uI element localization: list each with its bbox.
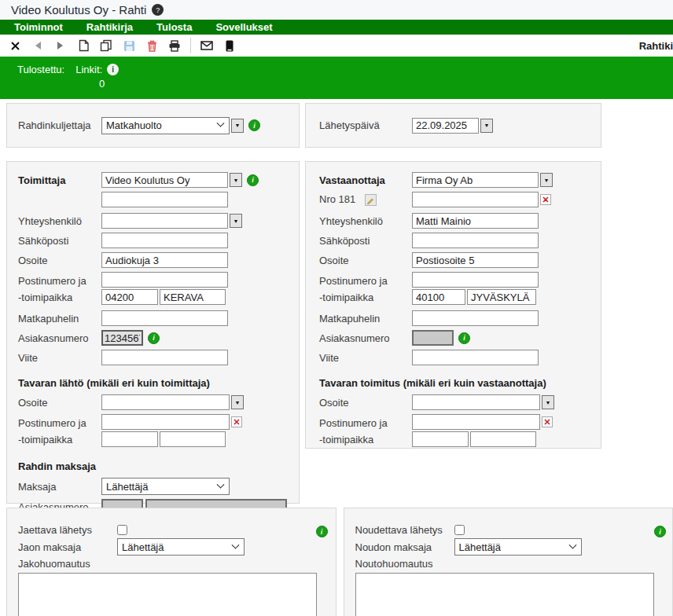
freight-payer-select[interactable]: Lähettäjä — [101, 478, 230, 495]
pickup-shipment-checkbox[interactable] — [454, 525, 465, 535]
receiver-name-dropdown-button[interactable]: ▼ — [540, 173, 553, 187]
email-icon[interactable] — [200, 38, 214, 53]
receiver-customer-info-icon[interactable]: i — [458, 332, 470, 344]
supplier-address-input[interactable] — [101, 252, 228, 268]
delivery-address-input[interactable] — [412, 394, 540, 410]
back-icon[interactable] — [31, 38, 45, 53]
pickup-payer-label: Noudon maksaja — [355, 541, 454, 553]
delivery-postal-code-input[interactable] — [412, 431, 469, 447]
ship-date-label: Lähetyspäivä — [319, 119, 412, 131]
receiver-contact-input[interactable] — [412, 213, 539, 229]
departure-clear-icon[interactable] — [231, 416, 242, 427]
carrier-dropdown-button[interactable]: ▼ — [231, 119, 244, 133]
delivery-postal-city-input[interactable] — [470, 431, 536, 447]
copy-icon[interactable] — [99, 38, 113, 53]
receiver-email-input[interactable] — [412, 233, 539, 248]
print-icon[interactable] — [167, 38, 182, 53]
departure-postal-code-input[interactable] — [101, 431, 158, 447]
close-icon[interactable] — [8, 38, 22, 53]
supplier-contact-label: Yhteyshenkilö — [18, 215, 101, 227]
forward-icon[interactable] — [53, 38, 68, 53]
supplier-name2-input[interactable] — [101, 192, 228, 207]
supplier-customer-number-input[interactable] — [101, 330, 143, 346]
toolbar-separator — [190, 38, 191, 53]
receiver-address-label: Osoite — [319, 255, 412, 266]
supplier-email-label: Sähköposti — [18, 235, 101, 247]
supplier-address2-input[interactable] — [101, 272, 228, 288]
pickup-payer-value: Lähettäjä — [459, 541, 502, 553]
delivery-address2-input[interactable] — [412, 414, 540, 430]
supplier-postal-code-input[interactable] — [101, 289, 158, 305]
supplier-customer-info-icon[interactable]: i — [148, 332, 160, 344]
split-shipment-checkbox[interactable] — [117, 525, 127, 535]
supplier-email-input[interactable] — [101, 233, 228, 248]
departure-address2-input[interactable] — [101, 414, 230, 430]
carrier-value: Matkahuolto — [106, 119, 162, 131]
split-payer-select[interactable]: Lähettäjä — [117, 538, 245, 556]
save-icon[interactable] — [122, 38, 136, 53]
edit-icon[interactable] — [365, 194, 377, 206]
receiver-postal-code-input[interactable] — [412, 289, 465, 305]
receiver-address2-input[interactable] — [412, 272, 539, 288]
menu-toiminnot[interactable]: Toiminnot — [2, 21, 75, 33]
receiver-clear-icon[interactable] — [540, 194, 551, 205]
supplier-info-icon[interactable]: i — [247, 174, 259, 186]
toolbar: Rahtiki — [0, 35, 673, 57]
delivery-clear-icon[interactable] — [542, 416, 553, 427]
delete-icon[interactable] — [145, 38, 159, 53]
receiver-contact-label: Yhteyshenkilö — [319, 215, 412, 227]
split-note-label: Jakohuomautus — [18, 558, 336, 570]
carrier-info-icon[interactable]: i — [248, 119, 260, 131]
new-document-icon[interactable] — [76, 38, 90, 53]
supplier-title: Toimittaja — [18, 174, 101, 186]
menu-rahtikirja[interactable]: Rahtikirja — [75, 21, 145, 33]
pickup-info-icon[interactable]: i — [654, 526, 666, 537]
supplier-mobile-input[interactable] — [101, 310, 228, 326]
ship-date-input[interactable] — [412, 118, 479, 134]
departure-address-input[interactable] — [101, 394, 230, 410]
receiver-title: Vastaanottaja — [319, 174, 412, 186]
split-info-icon[interactable]: i — [316, 526, 328, 537]
chevron-down-icon — [217, 119, 225, 127]
ship-date-dropdown-button[interactable]: ▼ — [480, 119, 493, 133]
menu-sovellukset[interactable]: Sovellukset — [204, 21, 284, 33]
freight-payer-section-title: Rahdin maksaja — [18, 460, 299, 472]
supplier-reference-label: Viite — [18, 352, 101, 364]
supplier-name-input[interactable] — [101, 172, 228, 188]
pickup-payer-select[interactable]: Lähettäjä — [454, 538, 582, 556]
receiver-address-input[interactable] — [412, 252, 539, 268]
receiver-reference-input[interactable] — [412, 350, 539, 365]
carrier-select[interactable]: Matkahuolto — [101, 117, 230, 134]
mobile-phone-icon[interactable] — [222, 38, 237, 53]
ship-date-panel: Lähetyspäivä ▼ — [305, 103, 601, 148]
departure-address-label: Osoite — [18, 397, 101, 409]
receiver-email-label: Sähköposti — [319, 235, 412, 247]
receiver-customer-number-input — [412, 330, 454, 346]
departure-postal-label: Postinumero ja -toimipaikka — [18, 415, 101, 448]
menu-tulosta[interactable]: Tulosta — [145, 21, 204, 33]
links-info-icon[interactable]: i — [107, 64, 119, 75]
split-note-textarea[interactable] — [18, 573, 317, 616]
receiver-postal-label: Postinumero ja -toimipaikka — [319, 273, 412, 306]
chevron-down-icon — [217, 480, 225, 488]
supplier-postal-city-input[interactable] — [160, 289, 226, 305]
receiver-number-input[interactable] — [412, 192, 539, 207]
help-icon[interactable]: ? — [152, 4, 164, 16]
receiver-postal-city-input[interactable] — [467, 289, 536, 305]
departure-postal-city-input[interactable] — [160, 431, 226, 447]
chevron-down-icon — [568, 541, 576, 548]
page-title: Video Koulutus Oy - Rahti — [11, 3, 146, 16]
supplier-contact-dropdown-button[interactable]: ▼ — [230, 214, 242, 228]
supplier-postal-label: Postinumero ja -toimipaikka — [18, 273, 101, 306]
receiver-name-input[interactable] — [412, 172, 539, 188]
receiver-mobile-input[interactable] — [412, 310, 539, 326]
carrier-panel: Rahdinkuljettaja Matkahuolto ▼ i — [6, 103, 300, 148]
delivery-address-dropdown-button[interactable]: ▼ — [542, 395, 554, 409]
supplier-name-dropdown-button[interactable]: ▼ — [230, 173, 242, 187]
menu-bar: Toiminnot Rahtikirja Tulosta Sovellukset — [0, 20, 673, 35]
departure-address-dropdown-button[interactable]: ▼ — [231, 395, 244, 409]
pickup-note-textarea[interactable] — [355, 573, 654, 616]
supplier-reference-input[interactable] — [101, 350, 228, 365]
supplier-contact-input[interactable] — [101, 213, 228, 229]
freight-payer-label: Maksaja — [18, 481, 101, 493]
